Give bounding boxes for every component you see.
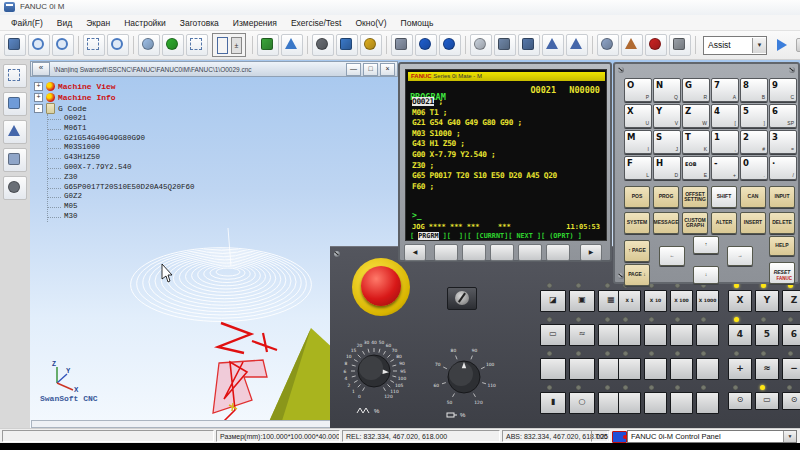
fn-key-pos[interactable]: POS bbox=[624, 186, 650, 208]
spindle-stop-key[interactable]: ▭ bbox=[755, 392, 779, 410]
tree-item-machine-info[interactable]: +Machine Info bbox=[34, 92, 264, 103]
mdi-key-n[interactable]: NQ bbox=[653, 78, 681, 102]
zoom-in-icon[interactable] bbox=[28, 34, 50, 56]
expand-toggle-icon[interactable]: + bbox=[34, 93, 43, 102]
probe-icon[interactable] bbox=[3, 176, 27, 200]
cursor-down-key[interactable]: ↓ bbox=[693, 266, 719, 284]
workpiece-icon[interactable] bbox=[3, 148, 27, 172]
mdi-key-o[interactable]: OP bbox=[624, 78, 652, 102]
axis-key-5[interactable]: 5 bbox=[755, 324, 779, 346]
increment-key-[interactable] bbox=[644, 358, 667, 380]
zoom-window-icon[interactable] bbox=[107, 34, 129, 56]
blank-key[interactable] bbox=[569, 358, 595, 380]
increment-key-[interactable] bbox=[618, 358, 641, 380]
increment-key-[interactable] bbox=[618, 324, 641, 346]
mdi-key-g[interactable]: GR bbox=[682, 78, 710, 102]
mdi-key-5[interactable]: 5] bbox=[740, 104, 768, 128]
mdi-key-t[interactable]: TK bbox=[682, 130, 710, 154]
fn-key-shift[interactable]: SHIFT bbox=[711, 186, 737, 208]
increment-key-x100[interactable]: X 100 bbox=[670, 290, 693, 312]
mdi-key-0[interactable]: 0. bbox=[740, 156, 768, 180]
axis-key-≈[interactable]: ≈ bbox=[755, 358, 779, 380]
stop-button[interactable] bbox=[796, 38, 800, 52]
menu-item-2[interactable]: Экран bbox=[79, 16, 117, 30]
softkey-left-arrow[interactable]: ◀ bbox=[404, 244, 426, 261]
coolant-icon[interactable] bbox=[391, 34, 413, 56]
cycle-stop-key[interactable]: ○ bbox=[569, 392, 595, 414]
mdi-key-h[interactable]: HD bbox=[653, 156, 681, 180]
view-planes-icon[interactable] bbox=[3, 92, 27, 116]
expand-toggle-icon[interactable]: - bbox=[34, 104, 43, 113]
tool-cone-icon[interactable] bbox=[281, 34, 303, 56]
menu-item-3[interactable]: Настройки bbox=[117, 16, 173, 30]
softkey-blank-3[interactable] bbox=[490, 244, 514, 261]
assist-dropdown-arrow-icon[interactable]: ▼ bbox=[752, 38, 766, 53]
fn-key-system[interactable]: SYSTEM bbox=[624, 212, 650, 234]
mdi-key-eob[interactable]: EOBE bbox=[682, 156, 710, 180]
spray-gun-icon[interactable] bbox=[621, 34, 643, 56]
spinner-icon[interactable]: ± bbox=[231, 37, 242, 54]
axis-key-−[interactable]: − bbox=[782, 358, 800, 380]
axis-key-x[interactable]: X bbox=[728, 290, 752, 312]
fn-key-custom-graph[interactable]: CUSTOM GRAPH bbox=[682, 212, 708, 234]
gcode-line-9[interactable]: M05 bbox=[48, 202, 264, 212]
help-key[interactable]: HELP bbox=[769, 236, 795, 256]
axis-key-+[interactable]: + bbox=[728, 358, 752, 380]
increment-key-[interactable] bbox=[696, 392, 719, 414]
measure-spinner-widget[interactable]: ± bbox=[212, 33, 246, 57]
softkey-blank-4[interactable] bbox=[518, 244, 542, 261]
tree-item-machine-view[interactable]: +Machine View bbox=[34, 81, 264, 92]
cycle-start-key[interactable]: ▮ bbox=[540, 392, 566, 414]
spindle-ccw-key[interactable]: ⊙ bbox=[728, 392, 752, 410]
tree-item-g-code[interactable]: -G Code bbox=[34, 103, 264, 114]
gcode-line-6[interactable]: Z30 bbox=[48, 173, 264, 183]
ghost-view-icon[interactable] bbox=[470, 34, 492, 56]
gcode-line-5[interactable]: G00X-7.79Y2.540 bbox=[48, 163, 264, 173]
axis-key-4[interactable]: 4 bbox=[728, 324, 752, 346]
program-protect-keyswitch[interactable] bbox=[447, 287, 477, 310]
record-icon[interactable] bbox=[645, 34, 667, 56]
edit-mode-key[interactable]: ◪ bbox=[540, 290, 566, 312]
workpiece-view-icon[interactable] bbox=[336, 34, 358, 56]
simulate-icon[interactable] bbox=[257, 34, 279, 56]
softkey-blank-1[interactable] bbox=[434, 244, 458, 261]
close-button[interactable]: × bbox=[380, 63, 395, 76]
solid-dot-view-icon[interactable] bbox=[439, 34, 461, 56]
mdi-key-1[interactable]: 1, bbox=[711, 130, 739, 154]
chuck-icon[interactable] bbox=[494, 34, 516, 56]
blank-key[interactable] bbox=[540, 358, 566, 380]
mdi-key--[interactable]: -+ bbox=[711, 156, 739, 180]
pan-hand-icon[interactable] bbox=[138, 34, 160, 56]
spindle-cw-key[interactable]: ⊙ bbox=[782, 392, 800, 410]
memory-mode-key[interactable]: ▣ bbox=[569, 290, 595, 312]
zoom-line-icon[interactable] bbox=[83, 34, 105, 56]
axis-key-z[interactable]: Z bbox=[782, 290, 800, 312]
fn-key-delete[interactable]: DELETE bbox=[769, 212, 795, 234]
softkey-right-arrow[interactable]: ▶ bbox=[580, 244, 602, 261]
arc-path-icon[interactable] bbox=[597, 34, 619, 56]
fn-key-prog[interactable]: PROG bbox=[653, 186, 679, 208]
pen-edit-icon[interactable] bbox=[3, 120, 27, 144]
increment-key-[interactable] bbox=[670, 324, 693, 346]
run-button[interactable] bbox=[777, 39, 787, 51]
tools-setup-icon[interactable] bbox=[360, 34, 382, 56]
axis-key-y[interactable]: Y bbox=[755, 290, 779, 312]
fn-key-offset-setting[interactable]: OFFSET SETTING bbox=[682, 186, 708, 208]
menu-item-5[interactable]: Измерения bbox=[226, 16, 284, 30]
solid-view-icon[interactable] bbox=[415, 34, 437, 56]
zoom-out-icon[interactable] bbox=[52, 34, 74, 56]
increment-key-x10[interactable]: X 10 bbox=[644, 290, 667, 312]
rotate-view-icon[interactable] bbox=[162, 34, 184, 56]
tool-number-icon[interactable] bbox=[518, 34, 540, 56]
cursor-up-key[interactable]: ↑ bbox=[693, 236, 719, 254]
mdi-key-6[interactable]: 6SP bbox=[769, 104, 797, 128]
fn-key-alter[interactable]: ALTER bbox=[711, 212, 737, 234]
cursor-left-key[interactable]: ← bbox=[659, 246, 685, 266]
expand-toggle-icon[interactable]: + bbox=[34, 82, 43, 91]
mdi-key-x[interactable]: XU bbox=[624, 104, 652, 128]
cursor-right-key[interactable]: → bbox=[727, 246, 753, 266]
mdi-key-dot[interactable]: ·/ bbox=[769, 156, 797, 180]
tree-collapse-button[interactable]: « bbox=[32, 62, 50, 76]
gcode-line-0[interactable]: O0021 bbox=[48, 114, 264, 124]
maximize-button[interactable]: □ bbox=[363, 63, 378, 76]
